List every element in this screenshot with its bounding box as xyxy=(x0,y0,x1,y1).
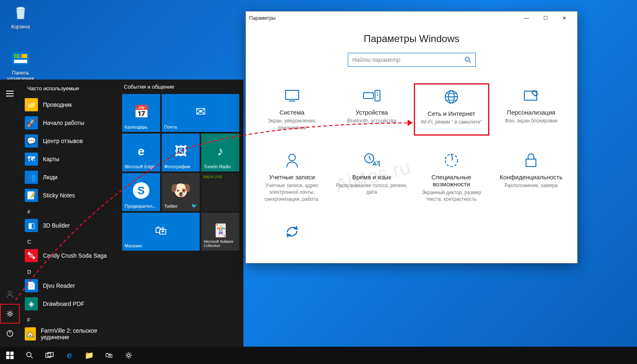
app-item-label: 3D Builder xyxy=(43,222,70,229)
settings-search-box[interactable] xyxy=(348,53,476,67)
update-icon xyxy=(256,223,328,240)
category-title: Конфиденциальность xyxy=(495,174,567,181)
start-tiles: События и общение 📅Календарь ✉Почта eMic… xyxy=(118,80,243,347)
section-letter-d[interactable]: D xyxy=(20,265,118,277)
taskbar-explorer-button[interactable]: 📁 xyxy=(79,347,99,364)
app-item-maps[interactable]: 🗺Карты xyxy=(20,150,118,168)
app-item-explorer[interactable]: 📁Проводник xyxy=(20,96,118,114)
power-button[interactable] xyxy=(0,324,20,343)
app-item-drawboard[interactable]: ◈Drawboard PDF xyxy=(20,295,118,313)
settings-category-accessibility[interactable]: Специальные возможности Экранный диктор,… xyxy=(414,148,489,207)
candy-icon: 🍬 xyxy=(25,249,38,262)
app-item-getstarted[interactable]: 🚀Начало работы xyxy=(20,114,118,132)
settings-category-network[interactable]: Сеть и Интернет Wi-Fi, режим " в самолет… xyxy=(414,83,489,136)
settings-categories-grid: Система Экран, уведомления, приложения У… xyxy=(254,83,569,249)
desktop-icon-recycle-bin[interactable]: Корзина xyxy=(4,2,37,30)
tile-photos[interactable]: 🖼Фотографии xyxy=(162,134,200,171)
personalization-icon xyxy=(495,87,567,104)
category-desc: Экран, уведомления, приложения xyxy=(256,117,328,132)
settings-category-privacy[interactable]: Конфиденциальность Расположение, камера xyxy=(493,148,569,207)
devices-icon xyxy=(335,87,408,104)
maximize-button[interactable]: ☐ xyxy=(536,12,555,25)
category-title: Сеть и Интернет xyxy=(417,110,486,117)
lock-icon xyxy=(495,152,567,169)
settings-category-accounts[interactable]: Учетные записи Учетные записи, адрес эле… xyxy=(254,148,330,207)
section-letter-f[interactable]: F xyxy=(20,313,118,325)
tile-label: Календарь xyxy=(125,124,158,129)
store-icon: 🛍 xyxy=(155,223,167,237)
tile-label: TuneIn Radio xyxy=(204,164,237,169)
taskbar: e 📁 🛍 xyxy=(0,347,637,364)
app-item-candycrush[interactable]: 🍬Candy Crush Soda Saga xyxy=(20,247,118,265)
svg-line-35 xyxy=(31,356,33,358)
category-desc: Bluetooth, устройства xyxy=(335,117,408,124)
category-title: Специальные возможности xyxy=(415,174,488,188)
app-item-feedback[interactable]: 💬Центр отзывов xyxy=(20,132,118,150)
taskbar-edge-button[interactable]: e xyxy=(59,347,79,364)
start-menu: Часто используемые 📁Проводник 🚀Начало ра… xyxy=(0,80,243,347)
settings-category-system[interactable]: Система Экран, уведомления, приложения xyxy=(254,83,330,136)
hamburger-button[interactable] xyxy=(0,84,20,103)
accessibility-icon xyxy=(415,152,488,169)
map-icon: 🗺 xyxy=(25,153,38,166)
svg-line-26 xyxy=(369,158,371,160)
desktop-icon-control-panel[interactable]: Панель управления xyxy=(4,49,37,82)
settings-search-input[interactable] xyxy=(352,56,465,63)
globe-icon xyxy=(417,89,486,105)
section-letter-hash[interactable]: # xyxy=(20,204,118,216)
app-item-farmville[interactable]: 🏡FarmVille 2: сельское уединение xyxy=(20,325,118,343)
twitter-bird-icon: 🐦 xyxy=(191,203,197,209)
rocket-icon: 🚀 xyxy=(25,116,38,129)
task-view-button[interactable] xyxy=(40,347,59,364)
category-desc: Экранный диктор, размер текста, контраст… xyxy=(415,189,488,203)
tile-skype[interactable]: SПредварител... xyxy=(122,173,160,211)
svg-point-0 xyxy=(17,7,25,9)
tile-calendar[interactable]: 📅Календарь xyxy=(122,94,160,132)
category-desc: Фон, экран блокировки xyxy=(495,117,567,124)
taskbar-settings-button[interactable] xyxy=(119,347,139,364)
edge-icon: e xyxy=(138,144,145,158)
tile-solitaire[interactable]: 🃏Microsoft Solitaire Collection xyxy=(201,213,239,251)
app-item-people[interactable]: 👥Люди xyxy=(20,168,118,186)
taskbar-store-button[interactable]: 🛍 xyxy=(99,347,119,364)
settings-heading: Параметры Windows xyxy=(254,33,569,45)
search-button[interactable] xyxy=(20,347,40,364)
chat-icon: 💬 xyxy=(25,134,38,148)
tile-edge[interactable]: eMicrosoft Edge xyxy=(122,134,160,171)
start-rail xyxy=(0,80,20,347)
tile-xbox-placeholder[interactable]: XBOX LIVE xyxy=(201,173,239,211)
settings-category-update[interactable] xyxy=(254,219,330,249)
app-item-djvu[interactable]: 📄Djvu Reader xyxy=(20,277,118,295)
app-item-label: Люди xyxy=(43,174,57,181)
tile-mail[interactable]: ✉Почта xyxy=(162,94,239,132)
svg-point-16 xyxy=(377,95,378,96)
tile-twitter[interactable]: 🐶Twitter🐦 xyxy=(162,173,200,211)
tile-label: Магазин xyxy=(125,243,197,248)
svg-rect-33 xyxy=(10,356,14,359)
skype-icon: S xyxy=(133,182,149,199)
svg-point-15 xyxy=(377,92,378,94)
category-title: Учетные записи xyxy=(256,174,328,181)
svg-rect-4 xyxy=(14,60,27,63)
pdf-icon: ◈ xyxy=(25,297,38,310)
tile-tunein[interactable]: ♪TuneIn Radio xyxy=(201,134,239,171)
start-button[interactable] xyxy=(0,347,20,364)
settings-button[interactable] xyxy=(0,304,20,324)
tile-store[interactable]: 🛍Магазин xyxy=(122,213,200,251)
settings-category-devices[interactable]: Устройства Bluetooth, устройства xyxy=(334,83,409,136)
app-item-label: Candy Crush Soda Saga xyxy=(43,252,107,259)
user-account-button[interactable] xyxy=(0,284,20,304)
minimize-button[interactable]: — xyxy=(517,12,536,25)
settings-category-time-language[interactable]: A字 Время и язык Распознавание голоса, ре… xyxy=(334,148,409,207)
app-item-label: FarmVille 2: сельское уединение xyxy=(41,327,113,341)
recycle-bin-icon xyxy=(11,2,31,22)
section-letter-c[interactable]: C xyxy=(20,235,118,247)
close-button[interactable]: ✕ xyxy=(555,12,574,25)
section-letter-m[interactable]: M xyxy=(20,343,118,347)
app-item-3dbuilder[interactable]: ◧3D Builder xyxy=(20,216,118,235)
people-icon: 👥 xyxy=(25,171,38,184)
window-titlebar[interactable]: Параметры — ☐ ✕ xyxy=(246,12,577,25)
app-item-stickynotes[interactable]: 📝Sticky Notes xyxy=(20,186,118,204)
settings-category-personalization[interactable]: Персонализация Фон, экран блокировки xyxy=(493,83,569,136)
category-title: Время и язык xyxy=(335,174,408,181)
